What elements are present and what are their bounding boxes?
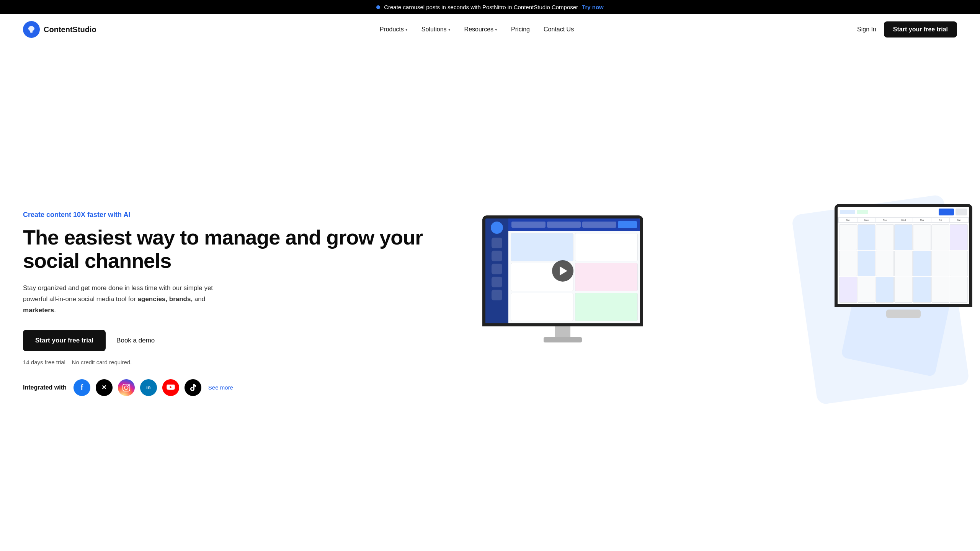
sign-in-button[interactable]: Sign In [857,26,876,33]
app-main-area [508,218,640,323]
monitor-stand-secondary [835,307,972,318]
hero-start-trial-button[interactable]: Start your free trial [23,330,106,351]
play-button[interactable] [552,260,573,282]
hero-right: Sun Mon Tue Wed Thu Fri Sat [490,204,957,403]
twitter-x-icon[interactable]: ✕ [96,379,113,396]
monitors-container: Sun Mon Tue Wed Thu Fri Sat [490,204,957,403]
calendar-ui: Sun Mon Tue Wed Thu Fri Sat [838,207,969,304]
hero-title: The easiest way to manage and grow your … [23,226,475,272]
instagram-icon[interactable] [118,379,135,396]
announcement-cta[interactable]: Try now [582,4,604,10]
nav-actions: Sign In Start your free trial [857,21,957,37]
calendar-day-headers: Sun Mon Tue Wed Thu Fri Sat [838,217,969,223]
svg-rect-0 [30,32,33,33]
monitor-secondary: Sun Mon Tue Wed Thu Fri Sat [835,204,972,318]
screen-frame-main [482,215,643,326]
calendar-grid [838,223,969,304]
chevron-down-icon: ▾ [448,27,451,32]
calendar-header [838,207,969,217]
app-content [508,231,640,323]
nav-item-products[interactable]: Products ▾ [380,26,408,33]
app-topbar [508,218,640,231]
mac-mini [886,310,921,318]
announcement-text: Create carousel posts in seconds with Po… [384,4,578,10]
youtube-icon[interactable] [162,379,179,396]
facebook-icon[interactable]: f [74,379,90,396]
logo[interactable]: ContentStudio [23,21,96,38]
integrations-label: Integrated with [23,384,67,391]
logo-icon [23,21,40,38]
hero-tag: Create content 10X faster with AI [23,211,475,219]
monitor-main [482,215,643,342]
nav-item-resources[interactable]: Resources ▾ [464,26,497,33]
chevron-down-icon: ▾ [405,27,408,32]
screen-inner-main [485,218,640,323]
monitor-stand-main [482,326,643,342]
svg-point-2 [124,386,128,389]
announcement-dot [376,5,380,9]
hero-buttons: Start your free trial Book a demo [23,330,475,351]
nav-item-solutions[interactable]: Solutions ▾ [421,26,451,33]
tiktok-icon[interactable] [185,379,201,396]
integrations: Integrated with f ✕ in [23,379,475,396]
logo-text: ContentStudio [44,25,96,34]
stand-base [544,337,582,342]
svg-rect-1 [123,384,130,391]
header: ContentStudio Products ▾ Solutions ▾ Res… [0,14,980,45]
app-sidebar [485,218,508,323]
chevron-down-icon: ▾ [495,27,497,32]
main-nav: Products ▾ Solutions ▾ Resources ▾ Prici… [380,26,574,33]
nav-item-contact[interactable]: Contact Us [544,26,574,33]
see-more-link[interactable]: See more [208,384,233,391]
hero-note: 14 days free trial – No credit card requ… [23,359,475,365]
hero-book-demo-link[interactable]: Book a demo [116,337,155,344]
stand-neck [555,326,570,337]
play-triangle-icon [560,266,567,276]
announcement-bar: Create carousel posts in seconds with Po… [0,0,980,14]
nav-start-trial-button[interactable]: Start your free trial [884,21,957,37]
linkedin-icon[interactable]: in [140,379,157,396]
screen-inner-secondary: Sun Mon Tue Wed Thu Fri Sat [838,207,969,304]
hero-left: Create content 10X faster with AI The ea… [23,211,490,396]
screen-frame-secondary: Sun Mon Tue Wed Thu Fri Sat [835,204,972,307]
hero-section: Create content 10X faster with AI The ea… [0,45,980,551]
hero-description: Stay organized and get more done in less… [23,283,222,316]
nav-item-pricing[interactable]: Pricing [511,26,530,33]
svg-point-3 [127,385,129,386]
